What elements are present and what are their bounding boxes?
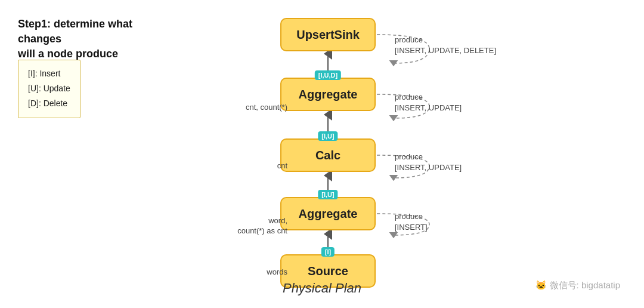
watermark: 🐱 微信号: bigdatatip bbox=[535, 280, 620, 291]
title-line1: Step1: determine what changes bbox=[18, 18, 132, 45]
arrow-label-calc: cnt bbox=[277, 161, 287, 171]
badge-aggregate-bottom: [I,U] bbox=[318, 190, 338, 199]
node-upsert-sink: UpsertSink bbox=[280, 18, 376, 51]
produce-label-calc: produce[INSERT, UPDATE] bbox=[395, 152, 462, 173]
node-label-calc: Calc bbox=[315, 149, 340, 162]
node-aggregate-top: [I,U,D] Aggregate bbox=[280, 78, 376, 111]
step-title: Step1: determine what changes will a nod… bbox=[18, 17, 173, 62]
node-label-aggregate-top: Aggregate bbox=[299, 88, 358, 101]
title-line2: will a node produce bbox=[18, 48, 118, 60]
legend-item-update: [U]: Update bbox=[28, 81, 70, 96]
arrow-label-source: words bbox=[267, 267, 287, 278]
produce-label-aggregate-top: produce[INSERT, UPDATE] bbox=[395, 92, 462, 113]
badge-source: [I] bbox=[321, 247, 335, 257]
node-label-source: Source bbox=[308, 264, 348, 278]
badge-aggregate-top: [I,U,D] bbox=[315, 70, 341, 80]
badge-calc: [I,U] bbox=[318, 131, 338, 141]
produce-label-upsert: produce[INSERT, UPDATE, DELETE] bbox=[395, 35, 496, 56]
watermark-text: 微信号: bigdatatip bbox=[550, 280, 620, 290]
node-aggregate-bottom: [I,U] Aggregate bbox=[280, 197, 376, 230]
legend-box: [I]: Insert [U]: Update [D]: Delete bbox=[18, 60, 80, 118]
physical-plan-label: Physical Plan bbox=[283, 281, 361, 296]
node-label-upsert-sink: UpsertSink bbox=[296, 28, 360, 42]
arrow-label-aggregate-bottom: word,count(*) as cnt bbox=[237, 216, 287, 236]
produce-label-aggregate-bottom: produce[INSERT] bbox=[395, 211, 428, 233]
legend-item-delete: [D]: Delete bbox=[28, 96, 70, 111]
node-label-aggregate-bottom: Aggregate bbox=[299, 207, 358, 221]
arrow-label-aggregate-top: cnt, count(*) bbox=[246, 103, 287, 113]
main-container: Step1: determine what changes will a nod… bbox=[0, 0, 644, 308]
legend-item-insert: [I]: Insert bbox=[28, 66, 70, 81]
node-calc: [I,U] Calc bbox=[280, 138, 376, 172]
